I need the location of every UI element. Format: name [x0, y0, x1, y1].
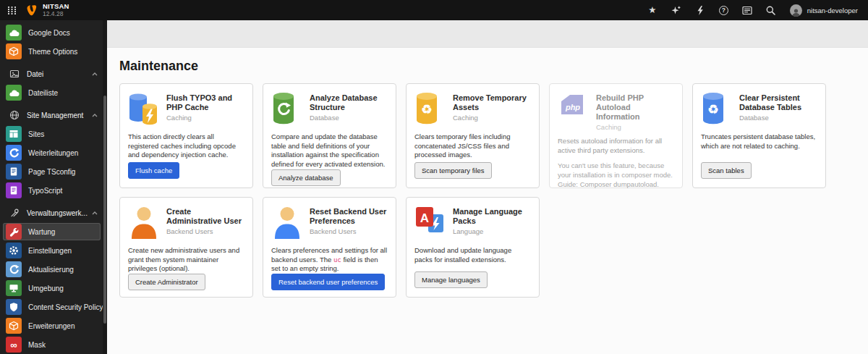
username: nitsan-developer	[807, 7, 858, 14]
module-content: Maintenance Flush TYPO3	[107, 20, 868, 354]
help-icon[interactable]: ?	[719, 6, 728, 15]
maintenance-module: Maintenance Flush TYPO3	[107, 48, 868, 298]
sidebar-item-erweiterungen[interactable]: Erweiterungen	[3, 317, 101, 334]
shield-icon	[6, 299, 22, 315]
analyze-database-button[interactable]: Analyze database	[271, 169, 341, 186]
typo3-backend-maintenance: { "topbar": { "brand": "NITSAN", "versio…	[0, 0, 868, 354]
module-sidebar: Google Docs Theme Options Datei Dateilis…	[0, 20, 107, 354]
scan-tables-button[interactable]: Scan tables	[701, 162, 752, 179]
sidebar-section-verwaltungswerkzeuge[interactable]: Verwaltungswerk...	[3, 206, 101, 220]
sidebar-item-content-security-policy[interactable]: Content Security Policy	[3, 298, 101, 316]
sidebar-item-dateiliste[interactable]: Dateiliste	[3, 84, 101, 101]
module-grid-button[interactable]	[0, 0, 23, 20]
chevron-up-icon	[92, 211, 98, 215]
sidebar-item-label: Theme Options	[28, 48, 77, 56]
card-description: Clears preferences and settings for all …	[271, 246, 388, 274]
card-title: Clear Persistent Database Tables	[739, 92, 817, 112]
typo3-logo-icon	[26, 4, 38, 16]
sparkle-new-icon[interactable]	[671, 5, 681, 15]
sidebar-item-label: TypoScript	[28, 187, 62, 195]
card-description: This action directly clears all register…	[128, 132, 244, 160]
search-icon[interactable]	[766, 5, 776, 15]
card-titles: Flush TYPO3 and PHP Cache Caching	[166, 92, 244, 127]
database-bolt-icon	[128, 92, 160, 127]
card-tag: Database	[310, 114, 388, 122]
page-title: Maintenance	[119, 59, 856, 74]
picture-icon	[9, 69, 20, 79]
sidebar-item-label: Content Security Policy	[28, 303, 103, 311]
brand: NITSAN 12.4.28	[43, 3, 69, 17]
sidebar-item-label: Weiterleitungen	[28, 149, 78, 157]
card-title: Flush TYPO3 and PHP Cache	[166, 92, 244, 112]
system-bolt-icon[interactable]	[695, 5, 705, 15]
sidebar-item-sites[interactable]: Sites	[3, 125, 101, 143]
sparkle-glyph	[671, 6, 681, 15]
user-orange-icon	[128, 206, 160, 240]
card-title: Create Administrative User	[166, 206, 244, 226]
sidebar-scrollbar-thumb[interactable]	[103, 96, 106, 324]
sidebar-item-label: Einstellungen	[28, 247, 72, 255]
sidebar-item-umgebung[interactable]: Umgebung	[3, 279, 101, 297]
sidebar-item-google-docs[interactable]: Google Docs	[3, 24, 101, 41]
card-tag: Backend Users	[310, 227, 388, 235]
svg-text:php: php	[565, 103, 580, 111]
reset-backend-user-preferences-button[interactable]: Reset backend user preferences	[271, 274, 385, 290]
card-disabled-note: You can't use this feature, because your…	[558, 161, 674, 189]
sidebar-item-mask[interactable]: ∞ Mask	[3, 336, 101, 353]
card-tag: Caching	[596, 123, 674, 131]
sidebar-section-datei[interactable]: Datei	[3, 67, 101, 81]
avatar	[790, 4, 802, 17]
sidebar-item-aktualisierung[interactable]: Aktualisierung	[3, 261, 101, 278]
sidebar-item-page-tsconfig[interactable]: Page TSconfig	[3, 163, 101, 180]
avatar-person-icon	[791, 8, 801, 17]
card-analyze-database: Analyze Database Structure Database Comp…	[263, 83, 396, 188]
card-description: Truncates persistent database tables, wh…	[701, 132, 817, 151]
card-tag: Language	[453, 227, 531, 235]
card-tag: Backend Users	[166, 227, 244, 235]
card-titles: Analyze Database Structure Database	[310, 92, 388, 127]
log-icon[interactable]	[742, 5, 752, 15]
sidebar-section-site-management[interactable]: Site Management	[3, 108, 101, 122]
language-icon: A	[414, 206, 446, 240]
flush-cache-button[interactable]: Flush cache	[128, 162, 179, 179]
card-head: ♻ Remove Temporary Assets Caching	[414, 92, 531, 127]
card-titles: Create Administrative User Backend Users	[166, 206, 244, 240]
card-remove-temp-assets: ♻ Remove Temporary Assets Caching Clears…	[406, 83, 540, 188]
sidebar-item-typoscript[interactable]: TypoScript	[3, 182, 101, 199]
card-title: Reset Backend User Preferences	[310, 206, 388, 226]
card-description: Compare and update the database table an…	[271, 132, 388, 169]
bookmarks-star-icon[interactable]: ★	[647, 5, 658, 15]
sidebar-item-einstellungen[interactable]: Einstellungen	[3, 242, 101, 259]
card-manage-language-packs: A Manage Language Packs Language Downloa…	[406, 197, 540, 298]
card-head: Reset Backend User Preferences Backend U…	[271, 206, 388, 240]
mask-icon: ∞	[6, 337, 22, 353]
sidebar-item-label: Google Docs	[28, 29, 70, 37]
card-titles: Rebuild PHP Autoload Information Caching	[596, 92, 674, 131]
card-description: Download and update language packs for i…	[414, 246, 531, 264]
card-description: Create new administrative users and gran…	[128, 246, 244, 274]
globe-icon	[9, 110, 20, 120]
topbar: NITSAN 12.4.28 ★ ?	[0, 0, 868, 20]
create-administrator-button[interactable]: Create Administrator	[128, 274, 205, 290]
sidebar-item-label: Dateiliste	[28, 89, 58, 97]
sidebar-item-label: Umgebung	[28, 285, 64, 292]
user-menu[interactable]: nitsan-developer	[790, 4, 858, 17]
card-titles: Manage Language Packs Language	[453, 206, 531, 240]
sidebar-item-wartung[interactable]: Wartung	[3, 223, 101, 240]
card-head: Flush TYPO3 and PHP Cache Caching	[128, 92, 244, 127]
docheader	[107, 20, 868, 48]
search-glyph	[766, 6, 775, 15]
gear-icon	[6, 243, 22, 258]
card-description: Clears temporary files including concate…	[414, 132, 531, 160]
card-head: Analyze Database Structure Database	[271, 92, 388, 127]
scan-temporary-files-button[interactable]: Scan temporary files	[414, 162, 492, 179]
card-flush-cache: Flush TYPO3 and PHP Cache Caching This a…	[119, 83, 253, 188]
sidebar-item-theme-options[interactable]: Theme Options	[3, 43, 101, 60]
typo3-logo[interactable]	[26, 4, 38, 16]
manage-languages-button[interactable]: Manage languages	[414, 271, 488, 288]
database-recycle-blue-icon: ♻	[701, 92, 733, 127]
wrench-icon	[6, 224, 22, 240]
brand-name: NITSAN	[43, 3, 69, 10]
card-title: Rebuild PHP Autoload Information	[596, 92, 674, 122]
sidebar-item-weiterleitungen[interactable]: Weiterleitungen	[3, 144, 101, 161]
